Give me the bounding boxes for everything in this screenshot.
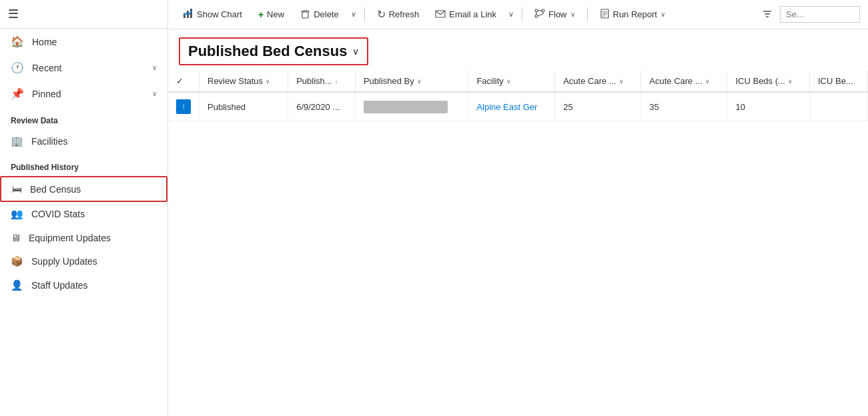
home-icon: 🏠 bbox=[11, 35, 24, 48]
col-icu-beds-1[interactable]: ICU Beds (... ∨ bbox=[727, 71, 810, 92]
facility-link[interactable]: Alpine East Ger bbox=[476, 102, 537, 112]
run-report-icon bbox=[600, 9, 610, 21]
sidebar-item-pinned-label: Pinned bbox=[32, 89, 152, 99]
email-link-button[interactable]: Email a Link bbox=[428, 5, 503, 24]
view-title-bar: Published Bed Census ∨ bbox=[168, 29, 868, 71]
sidebar-item-equipment-updates[interactable]: 🖥 Equipment Updates bbox=[0, 226, 167, 249]
table-header-row: ✓ Review Status ∨ Publish... ↓ bbox=[168, 71, 868, 92]
sidebar-item-pinned[interactable]: 📌 Pinned ∨ bbox=[0, 81, 167, 107]
sidebar-item-covid-stats[interactable]: 👥 COVID Stats bbox=[0, 202, 167, 226]
sidebar-item-bed-census[interactable]: 🛏 Bed Census bbox=[0, 176, 167, 202]
facility-sort-icon: ∨ bbox=[506, 78, 511, 85]
cell-check[interactable]: ↑ bbox=[168, 92, 199, 121]
toolbar-divider-2 bbox=[522, 7, 522, 22]
show-chart-button[interactable]: Show Chart bbox=[176, 4, 249, 25]
toolbar-divider-3 bbox=[587, 7, 588, 22]
refresh-label: Refresh bbox=[389, 9, 420, 19]
publish-sort-icon: ↓ bbox=[335, 78, 338, 85]
flow-label: Flow bbox=[548, 9, 566, 19]
row-select-icon: ↑ bbox=[176, 101, 191, 111]
col-acute-care-1[interactable]: Acute Care ... ∨ bbox=[555, 71, 641, 92]
new-icon: + bbox=[258, 9, 264, 20]
published-by-sort-icon: ∨ bbox=[417, 78, 422, 85]
hamburger-menu-icon[interactable]: ☰ bbox=[8, 7, 19, 21]
sidebar-item-staff-updates[interactable]: 👤 Staff Updates bbox=[0, 273, 167, 297]
covid-stats-icon: 👥 bbox=[11, 208, 23, 220]
email-more-button[interactable]: ∨ bbox=[506, 6, 516, 23]
new-button[interactable]: + New bbox=[252, 5, 291, 24]
chart-icon bbox=[183, 8, 193, 21]
svg-point-11 bbox=[535, 15, 538, 17]
col-facility[interactable]: Facility ∨ bbox=[468, 71, 555, 92]
col-icu-beds-2[interactable]: ICU Be... bbox=[809, 71, 867, 92]
col-check[interactable]: ✓ bbox=[168, 71, 199, 92]
refresh-icon: ↻ bbox=[377, 8, 386, 21]
pinned-chevron-icon: ∨ bbox=[152, 90, 157, 97]
sidebar-item-home-label: Home bbox=[32, 37, 157, 47]
review-status-value: Published bbox=[207, 102, 246, 112]
delete-more-button[interactable]: ∨ bbox=[348, 6, 359, 23]
cell-publish-date: 6/9/2020 ... bbox=[288, 92, 356, 121]
flow-chevron-icon: ∨ bbox=[570, 11, 575, 18]
equipment-updates-icon: 🖥 bbox=[11, 232, 21, 243]
facilities-icon: 🏢 bbox=[11, 135, 23, 147]
row-publish-icon: ↑ bbox=[176, 99, 191, 114]
acute-care-2-sort-icon: ∨ bbox=[705, 78, 710, 85]
sidebar-item-covid-stats-label: COVID Stats bbox=[31, 209, 85, 219]
review-status-sort-icon: ∨ bbox=[266, 78, 270, 85]
bed-census-icon: 🛏 bbox=[12, 183, 22, 195]
view-title-dropdown[interactable]: Published Bed Census ∨ bbox=[179, 37, 368, 65]
delete-button[interactable]: Delete bbox=[294, 5, 346, 25]
review-data-section-title: Review Data bbox=[0, 107, 167, 129]
svg-rect-3 bbox=[302, 12, 308, 18]
svg-point-10 bbox=[542, 9, 544, 12]
cell-acute-care-2: 35 bbox=[641, 92, 727, 121]
sidebar-top: ☰ bbox=[0, 0, 167, 29]
flow-icon bbox=[534, 9, 545, 20]
flow-button[interactable]: Flow ∨ bbox=[528, 5, 581, 24]
sidebar-item-facilities[interactable]: 🏢 Facilities bbox=[0, 129, 167, 153]
run-report-button[interactable]: Run Report ∨ bbox=[593, 5, 672, 25]
published-by-value: ████████████ bbox=[364, 101, 448, 113]
supply-updates-icon: 📦 bbox=[11, 255, 23, 267]
cell-facility[interactable]: Alpine East Ger bbox=[468, 92, 555, 121]
data-table: ✓ Review Status ∨ Publish... ↓ bbox=[168, 71, 868, 121]
sidebar-item-recent[interactable]: 🕐 Recent ∨ bbox=[0, 55, 167, 81]
toolbar-divider-1 bbox=[364, 7, 365, 22]
sidebar-item-recent-label: Recent bbox=[32, 63, 152, 73]
svg-point-9 bbox=[535, 9, 538, 12]
sidebar-item-supply-updates[interactable]: 📦 Supply Updates bbox=[0, 249, 167, 273]
new-label: New bbox=[267, 9, 284, 19]
table-container: ✓ Review Status ∨ Publish... ↓ bbox=[168, 71, 868, 416]
table-row: ↑ Published 6/9/2020 ... ████████████ Al… bbox=[168, 92, 868, 121]
delete-icon bbox=[300, 9, 310, 21]
cell-icu-beds-1: 10 bbox=[727, 92, 810, 121]
recent-icon: 🕐 bbox=[11, 61, 24, 74]
sidebar-item-supply-updates-label: Supply Updates bbox=[31, 256, 97, 267]
recent-chevron-icon: ∨ bbox=[152, 64, 157, 71]
main-content: Show Chart + New Delete ∨ ↻ Refresh bbox=[168, 0, 868, 416]
search-input[interactable] bbox=[780, 6, 860, 23]
published-history-section-title: Published History bbox=[0, 153, 167, 176]
col-publish[interactable]: Publish... ↓ bbox=[288, 71, 356, 92]
refresh-button[interactable]: ↻ Refresh bbox=[370, 4, 426, 25]
sidebar-item-facilities-label: Facilities bbox=[31, 136, 67, 147]
svg-line-14 bbox=[538, 14, 543, 16]
pinned-icon: 📌 bbox=[11, 87, 24, 100]
cell-published-by: ████████████ bbox=[355, 92, 468, 121]
sidebar-item-bed-census-label: Bed Census bbox=[30, 184, 81, 195]
icu-beds-1-sort-icon: ∨ bbox=[788, 78, 793, 85]
cell-icu-beds-2 bbox=[809, 92, 867, 121]
col-acute-care-2[interactable]: Acute Care ... ∨ bbox=[641, 71, 727, 92]
show-chart-label: Show Chart bbox=[197, 9, 242, 19]
cell-acute-care-1: 25 bbox=[555, 92, 641, 121]
sidebar-item-equipment-updates-label: Equipment Updates bbox=[29, 233, 111, 243]
acute-care-1-sort-icon: ∨ bbox=[619, 78, 624, 85]
col-review-status[interactable]: Review Status ∨ bbox=[199, 71, 288, 92]
delete-label: Delete bbox=[314, 9, 339, 19]
sidebar-item-home[interactable]: 🏠 Home bbox=[0, 29, 167, 55]
col-published-by[interactable]: Published By ∨ bbox=[355, 71, 468, 92]
staff-updates-icon: 👤 bbox=[11, 279, 23, 291]
filter-button[interactable] bbox=[757, 5, 777, 24]
view-title-chevron-icon: ∨ bbox=[352, 46, 359, 57]
